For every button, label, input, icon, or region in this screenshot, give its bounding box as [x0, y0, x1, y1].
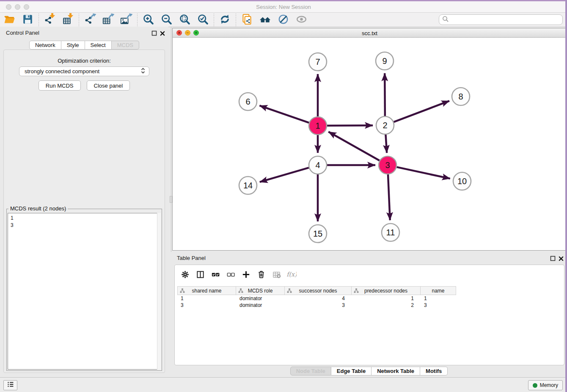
close-panel-icon[interactable]: [160, 30, 165, 38]
stepper-icon: [140, 67, 146, 76]
table-cell[interactable]: 3: [421, 302, 456, 309]
mcds-result-line: 1: [11, 215, 158, 222]
graph-edge-1-2[interactable]: [327, 125, 373, 126]
close-panel-button[interactable]: Close panel: [87, 80, 130, 91]
network-canvas[interactable]: 7968124314101511: [173, 38, 567, 250]
tab-mcds[interactable]: MCDS: [112, 41, 139, 50]
eye-icon: [295, 13, 308, 27]
zoom-selected-icon: [197, 13, 209, 27]
table-cell[interactable]: 4: [285, 295, 352, 302]
column-header-predecessor-nodes[interactable]: predecessor nodes: [352, 286, 421, 295]
table-cell[interactable]: 2: [352, 302, 421, 309]
floppy-icon: [22, 13, 34, 27]
column-header-MCDS-role[interactable]: MCDS role: [236, 286, 285, 295]
refresh-icon: [219, 13, 231, 27]
split-panel-button[interactable]: [193, 268, 208, 282]
column-header-name[interactable]: name: [421, 286, 456, 295]
svg-text:f(x): f(x): [287, 271, 297, 278]
column-header-successor-nodes[interactable]: successor nodes: [285, 286, 352, 295]
graph-edge-4-14[interactable]: [260, 168, 309, 182]
first-neighbors-button[interactable]: [258, 14, 272, 26]
select-all-button[interactable]: [208, 268, 223, 282]
create-column-button[interactable]: [238, 268, 253, 282]
graph-edge-3-1[interactable]: [328, 132, 380, 160]
hierarchy-icon: [287, 288, 292, 295]
application-window: Session: New Session Control Panel Netwo…: [0, 0, 567, 392]
zoom-in-button[interactable]: [141, 14, 155, 26]
tab-edge-table[interactable]: Edge Table: [331, 367, 372, 375]
table-settings-button[interactable]: [177, 268, 193, 282]
zoom-out-button[interactable]: [159, 14, 173, 26]
import-table-button[interactable]: [61, 14, 75, 26]
graph-edge-2-3[interactable]: [385, 135, 387, 153]
export-table-button[interactable]: [101, 14, 115, 26]
zoom-fit-icon: [179, 13, 191, 27]
mcds-result-text[interactable]: 13: [8, 213, 161, 370]
table-cell[interactable]: 1: [421, 295, 456, 302]
criterion-select[interactable]: strongly connected component: [19, 66, 149, 76]
show-hide-button[interactable]: [294, 14, 308, 26]
network-window-titlebar[interactable]: × − + scc.txt: [173, 28, 567, 38]
memory-label: Memory: [540, 382, 558, 388]
main-toolbar: [0, 13, 567, 27]
tab-motifs[interactable]: Motifs: [420, 367, 448, 375]
deselect-all-button[interactable]: [223, 268, 238, 282]
memory-button[interactable]: Memory: [528, 380, 563, 390]
search-input[interactable]: [449, 16, 560, 24]
table-cell[interactable]: 3: [285, 302, 352, 309]
graph-node-label-14: 14: [243, 181, 253, 190]
table-panel-title: Table Panel: [177, 255, 206, 261]
delete-table-button: [269, 268, 284, 282]
graph-edge-3-11[interactable]: [388, 174, 390, 220]
graph-edge-1-6[interactable]: [259, 105, 309, 122]
export-image-icon: [120, 13, 132, 27]
column-header-shared-name[interactable]: shared name: [177, 286, 236, 295]
result-scrollbar[interactable]: [157, 213, 161, 370]
hierarchy-icon: [354, 288, 359, 295]
tab-network-table[interactable]: Network Table: [372, 367, 420, 375]
save-session-button[interactable]: [20, 14, 35, 26]
close-panel-icon[interactable]: [559, 255, 564, 263]
zoom-fit-button[interactable]: [177, 14, 192, 26]
apply-style-button[interactable]: [276, 14, 290, 26]
table-cell[interactable]: 1: [352, 295, 421, 302]
toolbar-separator: [39, 14, 39, 26]
float-panel-icon[interactable]: [550, 255, 556, 263]
graph-node-label-8: 8: [458, 92, 463, 101]
search-box[interactable]: [439, 14, 563, 25]
duplicate-network-button[interactable]: [239, 14, 254, 26]
export-image-button[interactable]: [119, 14, 133, 26]
control-panel-title: Control Panel: [6, 30, 39, 36]
table-cell[interactable]: dominator: [236, 302, 285, 309]
graph-edge-2-8[interactable]: [394, 101, 449, 122]
run-mcds-button[interactable]: Run MCDS: [39, 80, 81, 91]
tab-select[interactable]: Select: [85, 41, 112, 50]
mcds-result-legend: MCDS result (2 nodes): [8, 205, 68, 212]
float-panel-icon[interactable]: [151, 30, 157, 38]
graph-edge-2-9[interactable]: [385, 73, 385, 116]
table-cell[interactable]: 1: [177, 295, 236, 302]
table-row[interactable]: 3dominator323: [177, 302, 564, 309]
graph-node-label-2: 2: [383, 121, 387, 130]
zoom-selected-button[interactable]: [195, 14, 210, 26]
export-network-button[interactable]: [83, 14, 97, 26]
hierarchy-icon: [180, 288, 185, 295]
graph-node-label-7: 7: [315, 57, 320, 66]
graph-node-label-9: 9: [382, 56, 387, 66]
tab-style[interactable]: Style: [61, 41, 85, 50]
table-row[interactable]: 1dominator411: [177, 295, 564, 302]
table-cell[interactable]: dominator: [236, 295, 285, 302]
hierarchy-icon: [238, 288, 243, 295]
trash-icon: [256, 270, 266, 281]
import-network-button[interactable]: [42, 14, 57, 26]
tab-network[interactable]: Network: [29, 41, 61, 50]
refresh-network-button[interactable]: [217, 14, 232, 26]
open-session-button[interactable]: [2, 14, 17, 26]
task-list-icon: [6, 380, 15, 391]
graph-edge-3-10[interactable]: [397, 167, 450, 179]
tab-node-table[interactable]: Node Table: [290, 367, 331, 375]
task-history-button[interactable]: [3, 380, 17, 390]
network-window-title: scc.txt: [173, 30, 567, 36]
delete-column-button[interactable]: [253, 268, 269, 282]
table-cell[interactable]: 3: [177, 302, 236, 309]
